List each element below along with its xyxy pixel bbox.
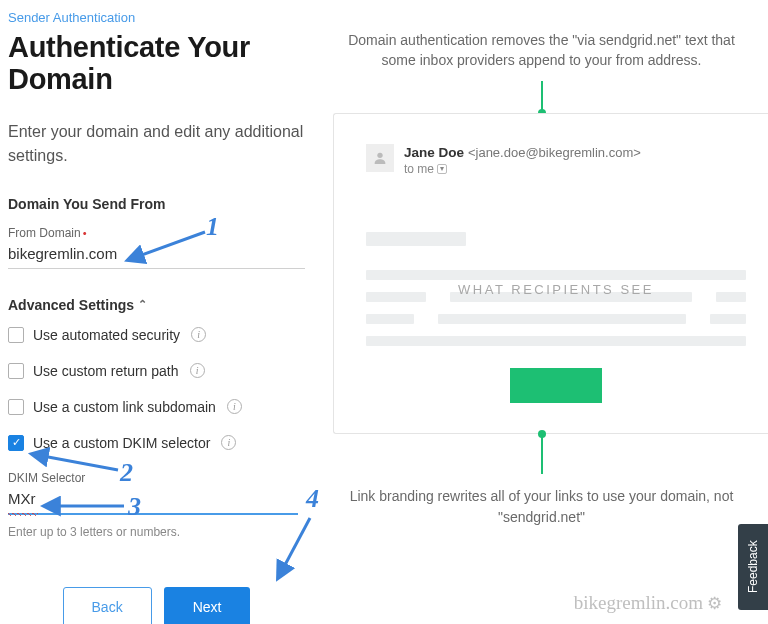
- email-body-skeleton: WHAT RECIPIENTS SEE: [366, 232, 746, 346]
- option-label: Use custom return path: [33, 363, 179, 379]
- option-dkim-selector[interactable]: ✓ Use a custom DKIM selector i: [8, 435, 305, 451]
- email-preview-card: Jane Doe <jane.doe@bikegremlin.com> to m…: [333, 113, 768, 434]
- gear-icon: ⚙: [707, 593, 722, 614]
- back-button[interactable]: Back: [63, 587, 152, 624]
- recipients-see-label: WHAT RECIPIENTS SEE: [458, 281, 654, 296]
- from-domain-label: From Domain•: [8, 226, 305, 240]
- option-link-subdomain[interactable]: Use a custom link subdomain i: [8, 399, 305, 415]
- option-label: Use automated security: [33, 327, 180, 343]
- sender-name: Jane Doe: [404, 145, 464, 160]
- checkbox-unchecked[interactable]: [8, 327, 24, 343]
- dropdown-icon: ▾: [437, 164, 447, 174]
- chevron-up-icon: ⌃: [138, 298, 147, 311]
- feedback-tab[interactable]: Feedback: [738, 524, 768, 610]
- checkbox-checked[interactable]: ✓: [8, 435, 24, 451]
- next-button[interactable]: Next: [164, 587, 251, 624]
- option-return-path[interactable]: Use custom return path i: [8, 363, 305, 379]
- from-domain-input[interactable]: [8, 242, 305, 269]
- advanced-settings-toggle[interactable]: Advanced Settings ⌃: [8, 297, 305, 313]
- page-subtitle: Enter your domain and edit any additiona…: [8, 120, 305, 168]
- sender-email: <jane.doe@bikegremlin.com>: [468, 145, 641, 160]
- spellcheck-underline: [8, 513, 38, 516]
- domain-section-label: Domain You Send From: [8, 196, 305, 212]
- avatar-icon: [366, 144, 394, 172]
- info-icon[interactable]: i: [227, 399, 242, 414]
- dkim-helper-text: Enter up to 3 letters or numbers.: [8, 525, 305, 539]
- svg-line-1: [32, 454, 118, 470]
- option-automated-security[interactable]: Use automated security i: [8, 327, 305, 343]
- watermark: bikegremlin.com ⚙: [574, 592, 722, 614]
- info-icon[interactable]: i: [221, 435, 236, 450]
- info-icon[interactable]: i: [191, 327, 206, 342]
- info-icon[interactable]: i: [190, 363, 205, 378]
- svg-point-4: [377, 152, 382, 157]
- option-label: Use a custom DKIM selector: [33, 435, 210, 451]
- link-branding-description: Link branding rewrites all of your links…: [315, 474, 768, 540]
- preview-cta-button: [510, 368, 602, 403]
- page-title: Authenticate Your Domain: [8, 31, 305, 96]
- to-line: to me ▾: [404, 162, 641, 176]
- checkbox-unchecked[interactable]: [8, 399, 24, 415]
- option-label: Use a custom link subdomain: [33, 399, 216, 415]
- checkbox-unchecked[interactable]: [8, 363, 24, 379]
- breadcrumb[interactable]: Sender Authentication: [8, 10, 305, 25]
- domain-auth-description: Domain authentication removes the "via s…: [315, 30, 768, 81]
- connector-line: [541, 81, 543, 113]
- dkim-selector-label: DKIM Selector: [8, 471, 305, 485]
- dkim-selector-input[interactable]: [8, 487, 298, 515]
- connector-line: [541, 434, 543, 474]
